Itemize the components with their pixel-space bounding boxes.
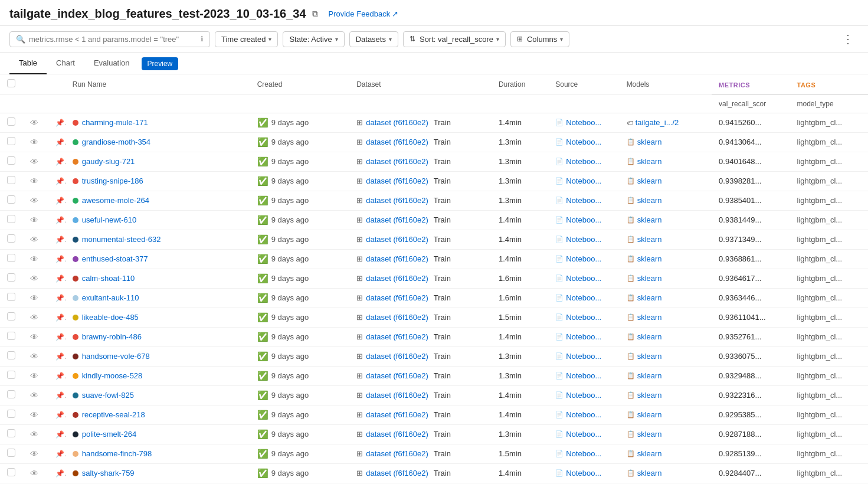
row-checkbox[interactable] <box>7 312 15 321</box>
model-link[interactable]: sklearn <box>637 138 662 146</box>
eye-icon[interactable]: 👁 <box>30 215 38 225</box>
dataset-link[interactable]: dataset (f6f160e2) <box>366 254 428 263</box>
feedback-link[interactable]: Provide Feedback ↗ <box>329 9 399 18</box>
tab-chart[interactable]: Chart <box>47 53 84 74</box>
info-icon[interactable]: ℹ <box>201 35 204 43</box>
eye-icon[interactable]: 👁 <box>30 352 38 361</box>
source-link[interactable]: 📄Noteboo... <box>555 157 612 166</box>
row-checkbox[interactable] <box>7 332 15 340</box>
dataset-link[interactable]: dataset (f6f160e2) <box>366 235 428 244</box>
run-name-link[interactable]: polite-smelt-264 <box>82 430 137 439</box>
pin-icon[interactable]: 📌 <box>55 118 65 127</box>
search-box[interactable]: 🔍 ℹ <box>9 31 210 47</box>
tab-table[interactable]: Table <box>9 53 47 74</box>
run-name-link[interactable]: trusting-snipe-186 <box>82 176 143 185</box>
run-name-link[interactable]: salty-shark-759 <box>82 469 135 478</box>
copy-icon[interactable]: ⧉ <box>312 9 318 19</box>
source-link[interactable]: 📄Noteboo... <box>555 352 612 361</box>
source-link[interactable]: 📄Noteboo... <box>555 371 612 380</box>
row-checkbox[interactable] <box>7 468 15 476</box>
source-link[interactable]: 📄Noteboo... <box>555 138 612 146</box>
source-link[interactable]: 📄Noteboo... <box>555 274 612 283</box>
pin-icon[interactable]: 📌 <box>55 469 65 478</box>
more-options-button[interactable]: ⋮ <box>837 31 859 47</box>
row-checkbox[interactable] <box>7 410 15 418</box>
eye-icon[interactable]: 👁 <box>30 371 38 381</box>
eye-icon[interactable]: 👁 <box>30 196 38 205</box>
run-name-link[interactable]: handsome-finch-798 <box>82 449 152 458</box>
model-link[interactable]: sklearn <box>637 449 662 458</box>
dataset-link[interactable]: dataset (f6f160e2) <box>366 176 428 185</box>
eye-icon[interactable]: 👁 <box>30 430 38 439</box>
pin-icon[interactable]: 📌 <box>55 332 65 341</box>
model-link[interactable]: sklearn <box>637 469 662 478</box>
eye-icon[interactable]: 👁 <box>30 410 38 420</box>
row-checkbox[interactable] <box>7 215 15 223</box>
row-checkbox[interactable] <box>7 176 15 184</box>
pin-icon[interactable]: 📌 <box>55 235 65 244</box>
source-link[interactable]: 📄Noteboo... <box>555 391 612 400</box>
source-link[interactable]: 📄Noteboo... <box>555 332 612 341</box>
row-checkbox[interactable] <box>7 254 15 262</box>
eye-icon[interactable]: 👁 <box>30 274 38 283</box>
row-checkbox[interactable] <box>7 371 15 379</box>
run-name-link[interactable]: grandiose-moth-354 <box>82 138 150 146</box>
run-name-link[interactable]: gaudy-slug-721 <box>82 157 135 166</box>
dataset-link[interactable]: dataset (f6f160e2) <box>366 352 428 361</box>
source-link[interactable]: 📄Noteboo... <box>555 196 612 205</box>
run-name-link[interactable]: kindly-moose-528 <box>82 371 143 380</box>
row-checkbox[interactable] <box>7 117 15 126</box>
source-link[interactable]: 📄Noteboo... <box>555 235 612 244</box>
eye-icon[interactable]: 👁 <box>30 157 38 166</box>
model-link[interactable]: sklearn <box>637 196 662 205</box>
source-link[interactable]: 📄Noteboo... <box>555 293 612 302</box>
eye-icon[interactable]: 👁 <box>30 449 38 459</box>
row-checkbox[interactable] <box>7 449 15 457</box>
source-link[interactable]: 📄Noteboo... <box>555 410 612 419</box>
run-name-link[interactable]: useful-newt-610 <box>82 215 137 224</box>
source-link[interactable]: 📄Noteboo... <box>555 176 612 185</box>
row-checkbox[interactable] <box>7 273 15 282</box>
pin-icon[interactable]: 📌 <box>55 215 65 224</box>
pin-icon[interactable]: 📌 <box>55 176 65 185</box>
model-link[interactable]: sklearn <box>637 352 662 361</box>
run-name-link[interactable]: awesome-mole-264 <box>82 196 149 205</box>
pin-icon[interactable]: 📌 <box>55 449 65 458</box>
run-name-link[interactable]: suave-fowl-825 <box>82 391 134 400</box>
dataset-link[interactable]: dataset (f6f160e2) <box>366 371 428 380</box>
pin-icon[interactable]: 📌 <box>55 313 65 322</box>
model-link[interactable]: sklearn <box>637 430 662 439</box>
model-link[interactable]: sklearn <box>637 313 662 322</box>
eye-icon[interactable]: 👁 <box>30 138 38 147</box>
pin-icon[interactable]: 📌 <box>55 293 65 302</box>
dataset-link[interactable]: dataset (f6f160e2) <box>366 391 428 400</box>
run-name-link[interactable]: monumental-steed-632 <box>82 235 161 244</box>
source-link[interactable]: 📄Noteboo... <box>555 449 612 458</box>
run-name-link[interactable]: brawny-robin-486 <box>82 332 142 341</box>
search-input[interactable] <box>29 35 197 44</box>
row-checkbox[interactable] <box>7 351 15 359</box>
dataset-link[interactable]: dataset (f6f160e2) <box>366 430 428 439</box>
run-name-link[interactable]: calm-shoat-110 <box>82 274 135 283</box>
dataset-link[interactable]: dataset (f6f160e2) <box>366 313 428 322</box>
pin-icon[interactable]: 📌 <box>55 371 65 380</box>
run-name-link[interactable]: handsome-vole-678 <box>82 352 150 361</box>
eye-icon[interactable]: 👁 <box>30 254 38 264</box>
model-link[interactable]: sklearn <box>637 235 662 244</box>
run-name-link[interactable]: exultant-auk-110 <box>82 293 139 302</box>
eye-icon[interactable]: 👁 <box>30 469 38 478</box>
dataset-link[interactable]: dataset (f6f160e2) <box>366 332 428 341</box>
time-created-filter[interactable]: Time created ▾ <box>215 31 278 47</box>
source-link[interactable]: 📄Noteboo... <box>555 313 612 322</box>
model-link[interactable]: sklearn <box>637 391 662 400</box>
model-link[interactable]: sklearn <box>637 293 662 302</box>
model-link[interactable]: sklearn <box>637 332 662 341</box>
model-link[interactable]: sklearn <box>637 215 662 224</box>
pin-icon[interactable]: 📌 <box>55 352 65 361</box>
row-checkbox[interactable] <box>7 234 15 243</box>
eye-icon[interactable]: 👁 <box>30 293 38 303</box>
state-filter[interactable]: State: Active ▾ <box>283 31 344 47</box>
source-link[interactable]: 📄Noteboo... <box>555 215 612 224</box>
datasets-filter[interactable]: Datasets ▾ <box>349 31 398 47</box>
pin-icon[interactable]: 📌 <box>55 410 65 419</box>
